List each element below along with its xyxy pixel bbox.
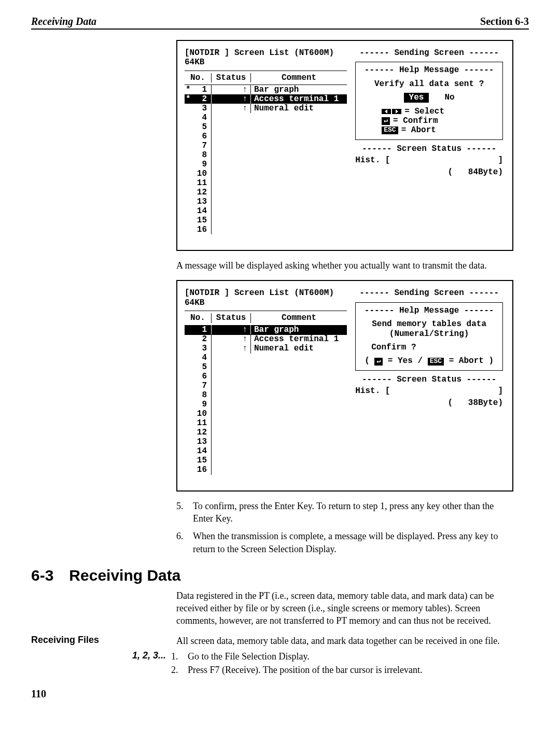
hist-label: Hist. [ [355, 156, 390, 165]
cell-no: 15 [185, 216, 212, 225]
table-row[interactable]: 15 [185, 216, 347, 225]
table-row[interactable]: 1↑Bar graph [185, 326, 347, 335]
cell-no: 7 [185, 381, 212, 390]
table-row[interactable]: 2↑Access terminal 1 [185, 335, 347, 344]
confirm-label: = Confirm [393, 116, 438, 125]
cell-no: 16 [185, 225, 212, 234]
section-number: 6-3 [31, 567, 53, 584]
sending-screen-title: ------ Sending Screen ------ [355, 48, 503, 58]
yes-slash: = Yes / [388, 356, 428, 366]
col-status: Status [212, 313, 251, 322]
cell-no: *1 [185, 85, 212, 94]
bytes-value: 84Byte) [468, 167, 503, 177]
table-row[interactable]: 14 [185, 206, 347, 216]
table-row[interactable]: 16 [185, 225, 347, 234]
cell-status: ↑ [212, 325, 251, 334]
cell-no: 16 [185, 465, 212, 474]
cell-no: 13 [185, 437, 212, 446]
steps-tag: 1, 2, 3... [31, 650, 166, 661]
cell-comment: Access terminal 1 [251, 94, 347, 104]
row-marker: * [186, 85, 191, 94]
screen-list-title-2: [NOTDIR ] Screen List (NT600M) 64KB [185, 288, 347, 307]
table-row[interactable]: 3↑Numeral edit [185, 344, 347, 354]
table-header-2: No. Status Comment [185, 311, 347, 325]
table-row[interactable]: 9 [185, 160, 347, 169]
table-row[interactable]: 15 [185, 456, 347, 466]
send-msg-line2: (Numeral/String) [361, 329, 497, 339]
cell-no: 3 [185, 344, 212, 353]
table-row[interactable]: 4 [185, 354, 347, 363]
table-row[interactable]: 12 [185, 188, 347, 197]
table-row[interactable]: 11 [185, 419, 347, 428]
step-number: 6. [176, 530, 193, 555]
cell-no: 13 [185, 197, 212, 206]
table-row[interactable]: 13 [185, 438, 347, 447]
section-heading: 6-3 Receiving Data [31, 567, 529, 584]
svg-marker-1 [396, 109, 398, 114]
arrow-keys-icon [382, 109, 401, 114]
table-row[interactable]: 13 [185, 197, 347, 206]
substep-2: 2. Press F7 (Receive). The position of t… [171, 664, 529, 676]
hist-close: ] [498, 156, 503, 165]
terminal-screenshot-1: [NOTDIR ] Screen List (NT600M) 64KB No. … [176, 40, 513, 251]
table-row[interactable]: 12 [185, 428, 347, 438]
screen-list-title: [NOTDIR ] Screen List (NT600M) 64KB [185, 48, 347, 67]
page-header: Receiving Data Section 6-3 [31, 16, 529, 30]
cell-no: 10 [185, 409, 212, 418]
step-5: 5. To confirm, press the Enter Key. To r… [176, 500, 513, 525]
table-row[interactable]: 5 [185, 122, 347, 132]
table-row[interactable]: 6 [185, 372, 347, 382]
cell-no: 14 [185, 206, 212, 216]
cell-comment: Access terminal 1 [251, 334, 347, 344]
table-row[interactable]: 7 [185, 382, 347, 391]
table-row[interactable]: 6 [185, 132, 347, 141]
paren-open: ( [365, 356, 374, 366]
table-header: No. Status Comment [185, 71, 347, 85]
help-message-panel: ------ Help Message ------ Verify all da… [355, 62, 503, 139]
col-no: No. [185, 73, 212, 82]
step-number: 1. [171, 650, 188, 663]
table-row[interactable]: *1↑Bar graph [185, 85, 347, 94]
step-6: 6. When the transmission is complete, a … [176, 530, 513, 555]
cell-no: 6 [185, 372, 212, 381]
table-row[interactable]: 16 [185, 466, 347, 475]
cell-no: 15 [185, 456, 212, 465]
cell-no: 14 [185, 446, 212, 456]
step-number: 2. [171, 664, 188, 676]
table-row[interactable]: 3↑Numeral edit [185, 104, 347, 113]
table-row[interactable]: 14 [185, 447, 347, 456]
cell-no: *2 [185, 94, 212, 104]
table-row[interactable]: 10 [185, 169, 347, 178]
cell-no: 12 [185, 428, 212, 437]
table-row[interactable]: 7 [185, 141, 347, 150]
table-row[interactable]: *2↑Access terminal 1 [185, 94, 347, 104]
table-row[interactable]: 5 [185, 363, 347, 372]
help-message-title: ------ Help Message ------ [361, 65, 497, 75]
table-row[interactable]: 10 [185, 410, 347, 419]
yes-option[interactable]: Yes [404, 93, 429, 102]
svg-marker-0 [385, 109, 387, 114]
screen-status-title-2: ------ Screen Status ------ [355, 375, 503, 384]
cell-no: 9 [185, 160, 212, 169]
receiving-files-label: Receiving Files [31, 635, 166, 645]
table-row[interactable]: 4 [185, 113, 347, 122]
confirm-question: Confirm ? [371, 343, 497, 352]
substep-1: 1. Go to the File Selection Display. [171, 650, 529, 663]
cell-no: 6 [185, 132, 212, 141]
no-option[interactable]: No [444, 93, 454, 102]
cell-no: 7 [185, 141, 212, 150]
send-msg-line1: Send memory tables data [361, 319, 497, 329]
bytes-open-2: ( [448, 398, 453, 408]
receiving-files-text: All screen data, memory table data, and … [176, 635, 529, 647]
page-number: 110 [31, 688, 529, 700]
cell-status: ↑ [212, 94, 251, 104]
cell-no: 11 [185, 418, 212, 428]
hist-close-2: ] [498, 386, 503, 396]
table-row[interactable]: 9 [185, 400, 347, 410]
table-rows-2: 1↑Bar graph2↑Access terminal 13↑Numeral … [185, 326, 347, 475]
cell-no: 5 [185, 362, 212, 372]
table-row[interactable]: 8 [185, 150, 347, 160]
header-title-right: Section 6-3 [480, 16, 529, 27]
table-row[interactable]: 8 [185, 391, 347, 400]
table-row[interactable]: 11 [185, 178, 347, 188]
